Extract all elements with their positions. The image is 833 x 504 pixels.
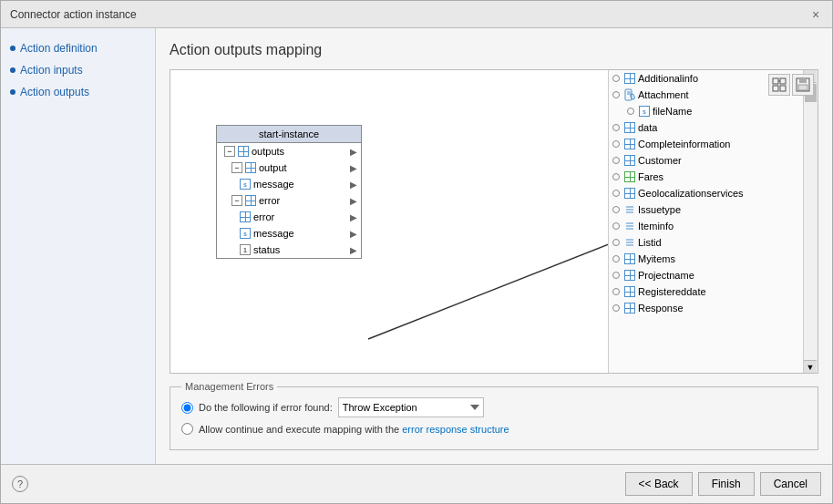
save-icon-button[interactable] <box>792 74 814 96</box>
radio1-label: Do the following if error found: <box>199 402 333 413</box>
management-errors-fieldset: Management Errors Do the following if er… <box>170 381 818 450</box>
sidebar: Action definition Action inputs Action o… <box>1 28 156 464</box>
right-item-filename[interactable]: s fileName <box>609 103 801 119</box>
string-icon-message1: s <box>239 178 252 190</box>
grid-icon <box>623 121 636 134</box>
right-item-listid[interactable]: Listid <box>609 234 801 251</box>
grid-icon-error <box>239 211 252 223</box>
label-error-group: error <box>259 195 280 206</box>
label-geo: Geolocalizationservices <box>638 188 744 199</box>
expand-output[interactable]: − <box>231 162 242 173</box>
sidebar-item-action-inputs[interactable]: Action inputs <box>10 64 146 77</box>
management-errors-legend: Management Errors <box>181 381 277 392</box>
conn-dot <box>612 222 620 230</box>
label-registereddate: Registereddate <box>638 286 706 297</box>
content-area: Action definition Action inputs Action o… <box>1 28 832 464</box>
right-item-customer[interactable]: Customer <box>609 152 801 169</box>
scroll-down-arrow[interactable]: ▼ <box>804 360 817 373</box>
svg-rect-3 <box>780 86 786 91</box>
label-data: data <box>638 122 657 133</box>
label-status: status <box>253 244 280 255</box>
toolbar-icons <box>768 74 814 96</box>
right-item-completeinformation[interactable]: Completeinformation <box>609 136 801 152</box>
back-button[interactable]: << Back <box>625 472 693 496</box>
conn-dot <box>612 239 620 246</box>
arrow-error-group: ▶ <box>350 196 357 206</box>
tree-item-outputs: − outputs ▶ <box>217 143 361 159</box>
list-icon <box>623 236 636 249</box>
conn-dot <box>612 272 620 279</box>
sidebar-dot <box>10 46 15 51</box>
label-output: output <box>259 162 287 173</box>
sidebar-item-action-outputs[interactable]: Action outputs <box>10 86 146 98</box>
num-icon-status: 1 <box>239 243 252 256</box>
radio-throw-exception[interactable] <box>181 402 193 414</box>
connector-action-dialog: Connector action instance × Action defin… <box>0 0 833 504</box>
label-error: error <box>253 211 274 222</box>
expand-outputs[interactable]: − <box>224 146 235 157</box>
conn-dot <box>627 108 634 115</box>
right-item-myitems[interactable]: Myitems <box>609 251 801 267</box>
sidebar-label-action-inputs: Action inputs <box>20 64 83 77</box>
right-item-projectname[interactable]: Projectname <box>609 267 801 283</box>
sidebar-dot <box>10 67 15 73</box>
svg-point-12 <box>630 93 635 99</box>
error-action-dropdown[interactable]: Throw Exception Ignore <box>338 397 484 417</box>
grid-icon <box>623 138 636 150</box>
arrow-output: ▶ <box>350 163 357 173</box>
cancel-button[interactable]: Cancel <box>760 472 821 496</box>
svg-rect-0 <box>773 78 778 84</box>
conn-dot <box>612 304 620 312</box>
label-myitems: Myitems <box>638 253 675 264</box>
label-filename: fileName <box>653 106 692 117</box>
tree-item-message2: s message ▶ <box>217 225 361 242</box>
main-content: Action outputs mapping <box>156 28 832 464</box>
arrow-message2: ▶ <box>350 229 357 239</box>
grid-icon <box>623 154 636 167</box>
close-button[interactable]: × <box>808 7 823 22</box>
finish-button[interactable]: Finish <box>698 472 755 496</box>
grid-icon <box>623 285 636 298</box>
expand-error-group[interactable]: − <box>231 195 242 206</box>
conn-dot <box>612 124 620 131</box>
label-message1: message <box>253 179 294 190</box>
list-icon <box>623 203 636 216</box>
conn-dot <box>612 173 620 180</box>
list-icon <box>623 220 636 232</box>
conn-dot <box>612 288 620 295</box>
conn-dot <box>612 255 620 262</box>
footer: ? << Back Finish Cancel <box>1 464 832 503</box>
svg-rect-2 <box>773 86 778 91</box>
label-attachment: Attachment <box>638 89 689 100</box>
arrow-error: ▶ <box>350 212 357 222</box>
page-title: Action outputs mapping <box>170 42 818 58</box>
sidebar-label-action-outputs: Action outputs <box>20 86 89 98</box>
tree-item-output: − output ▶ <box>217 159 361 176</box>
radio-allow-continue[interactable] <box>181 423 193 435</box>
right-item-registereddate[interactable]: Registereddate <box>609 283 801 300</box>
tree-item-message1: s message ▶ <box>217 176 361 192</box>
right-item-iteminfo[interactable]: Iteminfo <box>609 218 801 234</box>
grid-icon-output <box>244 161 257 174</box>
label-message2: message <box>253 228 294 239</box>
grid-icon-green-fares <box>623 170 636 183</box>
attachment-icon <box>623 88 636 101</box>
help-button[interactable]: ? <box>12 476 28 492</box>
grid-icon <box>623 187 636 200</box>
right-item-geo[interactable]: Geolocalizationservices <box>609 185 801 201</box>
right-item-data[interactable]: data <box>609 119 801 136</box>
label-customer: Customer <box>638 155 682 166</box>
right-tree-panel: ▲ ▼ Additionalinfo <box>608 70 818 373</box>
string-icon: s <box>638 105 651 118</box>
start-instance-box: start-instance − outputs ▶ − <box>216 125 362 259</box>
scrollbar[interactable]: ▲ ▼ <box>803 70 818 373</box>
grid-icon <box>623 72 636 85</box>
layout-icon-button[interactable] <box>768 74 790 96</box>
svg-rect-7 <box>798 85 807 90</box>
right-item-fares[interactable]: Fares <box>609 169 801 185</box>
dialog-title: Connector action instance <box>10 8 137 21</box>
right-item-response[interactable]: Response <box>609 300 801 316</box>
arrow-outputs: ▶ <box>350 147 357 157</box>
right-item-issuetype[interactable]: Issuetype <box>609 201 801 218</box>
sidebar-item-action-definition[interactable]: Action definition <box>10 42 146 55</box>
